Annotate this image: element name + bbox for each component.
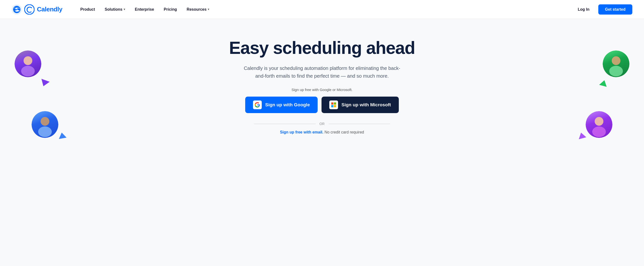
or-line-left [254,124,316,124]
avatar-tl-face [14,50,41,77]
signup-email-link[interactable]: Sign up free with email. [280,130,324,134]
avatar-top-right [603,50,630,77]
avatar-top-left [14,50,41,77]
nav-link-resources[interactable]: Resources ▾ [182,5,214,13]
nav-link-pricing[interactable]: Pricing [160,5,181,13]
login-button[interactable]: Log In [573,5,594,14]
avatar-bl-face [32,111,58,138]
hero-section: Easy scheduling ahead Calendly is your s… [0,19,644,169]
email-cta: Sign up free with email. No credit card … [280,130,364,134]
logo-text: Calendly [37,5,62,13]
nav-link-solutions[interactable]: Solutions ▾ [100,5,130,13]
navbar: Calendly Product Solutions ▾ Enterprise … [0,0,644,19]
hero-cta-text: Sign up free with Google or Microsoft. [292,88,352,92]
or-divider: OR [254,122,390,126]
svg-rect-12 [334,102,336,105]
or-text: OR [320,122,325,126]
avatar-tr-face [603,50,630,77]
triangle-top-left [39,79,50,88]
logo-c-icon [24,4,34,14]
triangle-bottom-right [577,132,586,139]
hero-title: Easy scheduling ahead [229,38,415,57]
signup-google-button[interactable]: Sign up with Google [245,97,318,113]
svg-rect-14 [334,105,336,107]
hero-buttons: Sign up with Google Sign up with Microso… [245,97,398,113]
svg-rect-4 [14,50,41,77]
avatar-br-face [586,111,612,138]
svg-point-7 [612,56,620,65]
triangle-top-right [599,79,608,87]
triangle-bottom-left [58,132,66,139]
svg-point-5 [40,117,49,126]
hero-subtitle: Calendly is your scheduling automation p… [239,64,405,80]
svg-rect-11 [331,102,334,105]
signup-google-label: Sign up with Google [265,102,310,107]
resources-chevron-icon: ▾ [208,8,209,11]
google-g-icon [255,102,260,107]
svg-point-8 [609,66,623,76]
no-credit-card-text: No credit card required [324,130,364,134]
avatar-bottom-left [32,111,58,138]
avatar-bottom-right [586,111,612,138]
microsoft-icon [329,100,338,109]
nav-actions: Log In Get started [573,4,632,14]
svg-point-9 [595,117,604,126]
calendly-logo-icon [12,4,22,14]
get-started-button[interactable]: Get started [598,4,632,14]
nav-link-enterprise[interactable]: Enterprise [130,5,158,13]
signup-microsoft-button[interactable]: Sign up with Microsoft [322,97,399,113]
logo-link[interactable]: Calendly [12,4,62,14]
svg-point-1 [24,4,34,14]
nav-link-product[interactable]: Product [76,5,99,13]
microsoft-logo-icon [331,102,336,107]
svg-point-10 [592,126,606,137]
signup-microsoft-label: Sign up with Microsoft [342,102,391,107]
svg-point-6 [38,126,52,137]
or-line-right [328,124,390,124]
solutions-chevron-icon: ▾ [124,8,125,11]
svg-rect-13 [331,105,334,107]
nav-links: Product Solutions ▾ Enterprise Pricing R… [76,5,573,13]
google-icon [253,100,262,109]
